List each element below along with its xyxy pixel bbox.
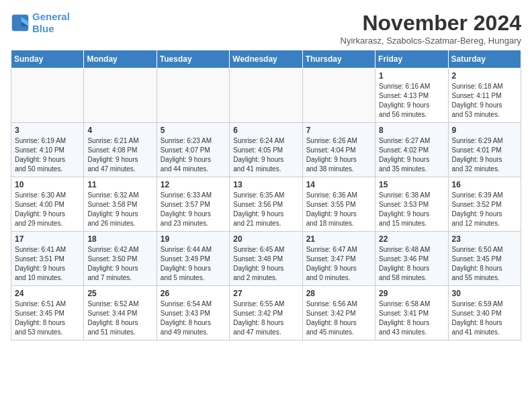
day-info: Sunrise: 6:52 AM Sunset: 3:44 PM Dayligh… [87, 300, 152, 337]
day-cell: 6Sunrise: 6:24 AM Sunset: 4:05 PM Daylig… [230, 123, 302, 177]
day-number: 23 [452, 234, 517, 244]
day-cell: 4Sunrise: 6:21 AM Sunset: 4:08 PM Daylig… [84, 123, 157, 177]
day-number: 9 [452, 126, 517, 135]
day-cell: 2Sunrise: 6:18 AM Sunset: 4:11 PM Daylig… [448, 68, 521, 123]
day-info: Sunrise: 6:36 AM Sunset: 3:55 PM Dayligh… [306, 191, 371, 228]
day-info: Sunrise: 6:56 AM Sunset: 3:42 PM Dayligh… [306, 300, 371, 337]
day-info: Sunrise: 6:26 AM Sunset: 4:04 PM Dayligh… [306, 136, 371, 174]
title-block: November 2024 Nyirkarasz, Szabolcs-Szatm… [341, 11, 521, 46]
day-number: 2 [452, 71, 517, 81]
day-number: 16 [452, 180, 517, 189]
day-cell: 11Sunrise: 6:32 AM Sunset: 3:58 PM Dayli… [84, 177, 157, 232]
day-cell: 9Sunrise: 6:29 AM Sunset: 4:01 PM Daylig… [448, 123, 521, 177]
calendar-table: SundayMondayTuesdayWednesdayThursdayFrid… [11, 50, 521, 340]
week-row-3: 10Sunrise: 6:30 AM Sunset: 4:00 PM Dayli… [11, 177, 521, 232]
location: Nyirkarasz, Szabolcs-Szatmar-Bereg, Hung… [341, 36, 521, 46]
header-wednesday: Wednesday [230, 50, 302, 68]
month-title: November 2024 [341, 11, 521, 36]
day-number: 27 [233, 289, 298, 298]
day-cell: 3Sunrise: 6:19 AM Sunset: 4:10 PM Daylig… [11, 123, 84, 177]
day-cell: 28Sunrise: 6:56 AM Sunset: 3:42 PM Dayli… [302, 286, 375, 340]
day-number: 5 [161, 126, 226, 135]
calendar-header-row: SundayMondayTuesdayWednesdayThursdayFrid… [11, 50, 521, 68]
day-info: Sunrise: 6:42 AM Sunset: 3:50 PM Dayligh… [87, 245, 152, 283]
day-number: 28 [306, 289, 371, 298]
header-monday: Monday [84, 50, 157, 68]
day-cell: 14Sunrise: 6:36 AM Sunset: 3:55 PM Dayli… [302, 177, 375, 232]
day-info: Sunrise: 6:30 AM Sunset: 4:00 PM Dayligh… [15, 191, 80, 228]
day-number: 15 [379, 180, 444, 189]
day-info: Sunrise: 6:29 AM Sunset: 4:01 PM Dayligh… [452, 136, 517, 174]
day-cell: 8Sunrise: 6:27 AM Sunset: 4:02 PM Daylig… [375, 123, 448, 177]
day-number: 25 [87, 289, 152, 298]
day-cell: 16Sunrise: 6:39 AM Sunset: 3:52 PM Dayli… [448, 177, 521, 232]
day-number: 24 [15, 289, 80, 298]
day-info: Sunrise: 6:55 AM Sunset: 3:42 PM Dayligh… [233, 300, 298, 337]
logo-icon [11, 13, 30, 32]
day-cell: 18Sunrise: 6:42 AM Sunset: 3:50 PM Dayli… [84, 232, 157, 286]
day-info: Sunrise: 6:50 AM Sunset: 3:45 PM Dayligh… [452, 245, 517, 283]
header-saturday: Saturday [448, 50, 521, 68]
day-info: Sunrise: 6:58 AM Sunset: 3:41 PM Dayligh… [379, 300, 444, 337]
day-number: 7 [306, 126, 371, 135]
day-info: Sunrise: 6:38 AM Sunset: 3:53 PM Dayligh… [379, 191, 444, 228]
day-cell: 25Sunrise: 6:52 AM Sunset: 3:44 PM Dayli… [84, 286, 157, 340]
day-number: 26 [161, 289, 226, 298]
day-info: Sunrise: 6:33 AM Sunset: 3:57 PM Dayligh… [161, 191, 226, 228]
day-number: 17 [15, 234, 80, 244]
week-row-2: 3Sunrise: 6:19 AM Sunset: 4:10 PM Daylig… [11, 123, 521, 177]
day-cell: 10Sunrise: 6:30 AM Sunset: 4:00 PM Dayli… [11, 177, 84, 232]
header-friday: Friday [375, 50, 448, 68]
day-number: 20 [233, 234, 298, 244]
day-info: Sunrise: 6:45 AM Sunset: 3:48 PM Dayligh… [233, 245, 298, 283]
day-info: Sunrise: 6:39 AM Sunset: 3:52 PM Dayligh… [452, 191, 517, 228]
day-cell [230, 68, 302, 123]
day-info: Sunrise: 6:16 AM Sunset: 4:13 PM Dayligh… [379, 82, 444, 120]
day-cell: 21Sunrise: 6:47 AM Sunset: 3:47 PM Dayli… [302, 232, 375, 286]
day-info: Sunrise: 6:21 AM Sunset: 4:08 PM Dayligh… [87, 136, 152, 174]
day-cell: 7Sunrise: 6:26 AM Sunset: 4:04 PM Daylig… [302, 123, 375, 177]
day-number: 13 [233, 180, 298, 189]
day-info: Sunrise: 6:19 AM Sunset: 4:10 PM Dayligh… [15, 136, 80, 174]
day-cell: 30Sunrise: 6:59 AM Sunset: 3:40 PM Dayli… [448, 286, 521, 340]
day-cell: 13Sunrise: 6:35 AM Sunset: 3:56 PM Dayli… [230, 177, 302, 232]
page-header: General Blue November 2024 Nyirkarasz, S… [11, 11, 521, 46]
day-info: Sunrise: 6:27 AM Sunset: 4:02 PM Dayligh… [379, 136, 444, 174]
week-row-1: 1Sunrise: 6:16 AM Sunset: 4:13 PM Daylig… [11, 68, 521, 123]
day-number: 21 [306, 234, 371, 244]
day-cell: 26Sunrise: 6:54 AM Sunset: 3:43 PM Dayli… [157, 286, 229, 340]
day-info: Sunrise: 6:24 AM Sunset: 4:05 PM Dayligh… [233, 136, 298, 174]
day-cell [302, 68, 375, 123]
day-number: 14 [306, 180, 371, 189]
day-cell: 1Sunrise: 6:16 AM Sunset: 4:13 PM Daylig… [375, 68, 448, 123]
day-cell: 22Sunrise: 6:48 AM Sunset: 3:46 PM Dayli… [375, 232, 448, 286]
day-cell: 24Sunrise: 6:51 AM Sunset: 3:45 PM Dayli… [11, 286, 84, 340]
day-number: 18 [87, 234, 152, 244]
day-info: Sunrise: 6:47 AM Sunset: 3:47 PM Dayligh… [306, 245, 371, 283]
day-number: 4 [87, 126, 152, 135]
day-number: 10 [15, 180, 80, 189]
day-number: 8 [379, 126, 444, 135]
day-info: Sunrise: 6:41 AM Sunset: 3:51 PM Dayligh… [15, 245, 80, 283]
day-number: 30 [452, 289, 517, 298]
day-number: 29 [379, 289, 444, 298]
logo-text: General Blue [32, 11, 70, 35]
day-number: 22 [379, 234, 444, 244]
day-number: 1 [379, 71, 444, 81]
day-info: Sunrise: 6:59 AM Sunset: 3:40 PM Dayligh… [452, 300, 517, 337]
day-info: Sunrise: 6:23 AM Sunset: 4:07 PM Dayligh… [161, 136, 226, 174]
header-thursday: Thursday [302, 50, 375, 68]
day-number: 19 [161, 234, 226, 244]
week-row-5: 24Sunrise: 6:51 AM Sunset: 3:45 PM Dayli… [11, 286, 521, 340]
day-cell: 5Sunrise: 6:23 AM Sunset: 4:07 PM Daylig… [157, 123, 229, 177]
logo: General Blue [11, 11, 70, 35]
day-info: Sunrise: 6:35 AM Sunset: 3:56 PM Dayligh… [233, 191, 298, 228]
day-number: 3 [15, 126, 80, 135]
day-number: 12 [161, 180, 226, 189]
day-info: Sunrise: 6:32 AM Sunset: 3:58 PM Dayligh… [87, 191, 152, 228]
day-cell [157, 68, 229, 123]
day-cell: 29Sunrise: 6:58 AM Sunset: 3:41 PM Dayli… [375, 286, 448, 340]
day-cell [11, 68, 84, 123]
day-info: Sunrise: 6:44 AM Sunset: 3:49 PM Dayligh… [161, 245, 226, 283]
header-tuesday: Tuesday [157, 50, 229, 68]
